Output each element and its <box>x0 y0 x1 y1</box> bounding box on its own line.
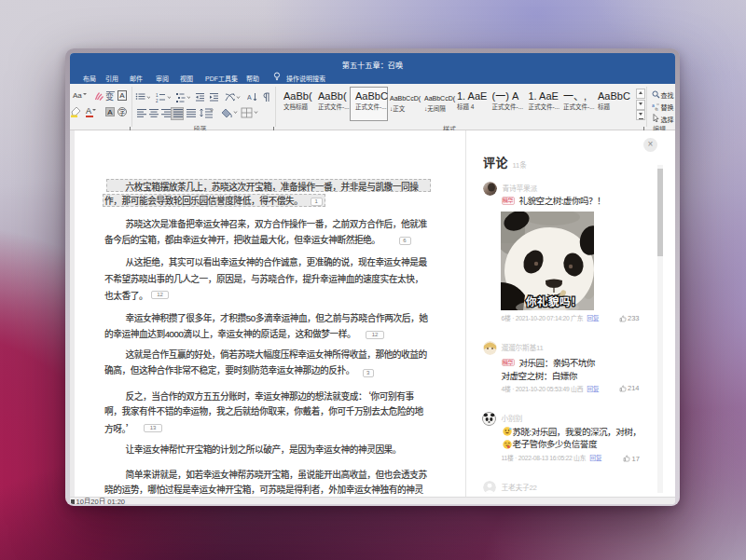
svg-text:你礼貌吗！: 你礼貌吗！ <box>525 294 582 308</box>
svg-text:1: 1 <box>156 93 159 98</box>
svg-text:A: A <box>247 94 252 101</box>
svg-text:b: b <box>656 106 658 111</box>
svg-text:a: a <box>652 102 655 108</box>
svg-text:2: 2 <box>156 99 159 103</box>
